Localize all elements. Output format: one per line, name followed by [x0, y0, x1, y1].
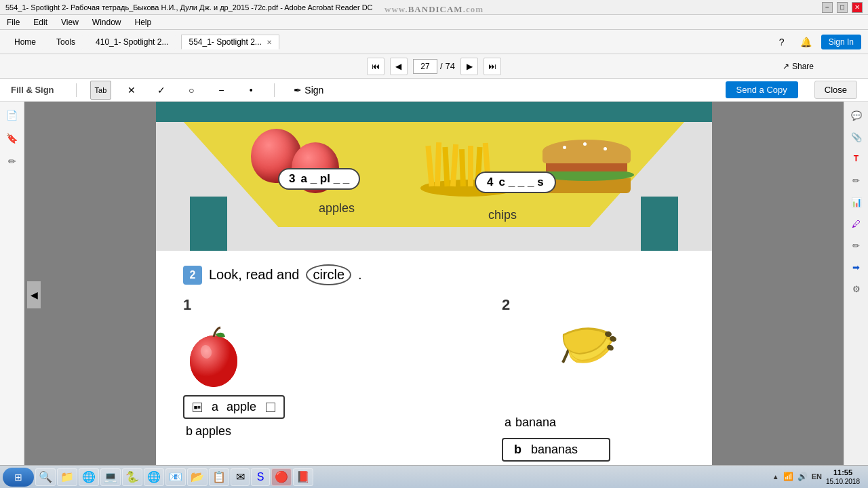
tab1-button[interactable]: 410_1- Spotlight 2...	[88, 35, 176, 49]
right-stamp-icon[interactable]: ➡	[848, 259, 865, 275]
choice-2a-letter: a	[505, 415, 511, 430]
left-scroll-arrow[interactable]: ◀	[27, 281, 41, 308]
start-button[interactable]: ⊞	[3, 468, 34, 487]
empty-box-icon	[266, 403, 275, 412]
dash-tool-button[interactable]: −	[212, 81, 231, 100]
tray-network-icon[interactable]: 📶	[783, 472, 793, 481]
page-input[interactable]	[413, 59, 437, 74]
right-underline-icon[interactable]: ✏	[848, 172, 865, 188]
send-copy-button[interactable]: Send a Copy	[726, 81, 798, 98]
word-box-4: 4 c _ _ _ s	[475, 171, 556, 193]
menu-edit[interactable]: Edit	[31, 16, 50, 28]
fry2	[435, 142, 441, 186]
fillsign-label: Fill & Sign	[11, 85, 54, 95]
right-attach-icon[interactable]: 📎	[848, 129, 865, 145]
choice-1a-word: apple	[226, 400, 256, 414]
tab2-close-icon[interactable]: ✕	[267, 39, 272, 46]
fillsign-toolbar: Fill & Sign Tab ✕ ✓ ○ − • ✒ Sign Send a …	[0, 79, 868, 102]
notifications-button[interactable]: 🔔	[797, 33, 816, 52]
close-tool-button[interactable]: ✕	[122, 81, 141, 100]
taskbar-notepad[interactable]: 📋	[209, 468, 229, 486]
sidebar-bookmarks-icon[interactable]: 🔖	[4, 130, 20, 146]
table-top-bar	[156, 102, 712, 122]
word-box-4-pattern: c _ _ _ s	[498, 176, 543, 189]
titlebar-title: 554_1- Spotlight 2- Рабочая тетрадь_Быко…	[5, 3, 822, 12]
choice-2a[interactable]: a banana	[505, 415, 556, 430]
taskbar-explorer[interactable]: 📁	[57, 468, 77, 486]
close-fillsign-button[interactable]: Close	[814, 81, 857, 99]
right-eraser-icon[interactable]: ✏	[848, 237, 865, 253]
sidebar-tools-icon[interactable]: ✏	[4, 153, 20, 169]
sign-button[interactable]: ✒ Sign	[288, 81, 329, 100]
home-button[interactable]: Home	[7, 35, 43, 49]
menu-window[interactable]: Window	[90, 16, 124, 28]
choice-2a-word: banana	[515, 415, 556, 430]
tray-volume-icon[interactable]: 🔊	[797, 472, 808, 481]
check-tool-button[interactable]: ✓	[152, 81, 171, 100]
taskbar-search[interactable]: 🔍	[35, 468, 56, 486]
sign-label: Sign	[304, 85, 323, 96]
taskbar-ie[interactable]: 🌐	[79, 468, 99, 486]
main-area: 📄 🔖 ✏ ◀	[0, 102, 868, 488]
windows-icon: ⊞	[14, 472, 22, 483]
page-separator: /	[440, 61, 443, 71]
first-page-button[interactable]: ⏮	[367, 58, 384, 75]
signin-button[interactable]: Sign In	[821, 35, 861, 49]
next-page-button[interactable]: ▶	[460, 58, 478, 75]
word-box-3-number: 3	[289, 172, 295, 186]
taskbar-skype[interactable]: S	[251, 468, 270, 486]
menubar: File Edit View Window Help	[0, 15, 868, 30]
right-settings-icon[interactable]: ⚙	[848, 281, 865, 297]
svg-point-1	[190, 336, 237, 387]
item-col-2: 2	[502, 296, 685, 462]
share-button[interactable]: ↗ Share	[783, 62, 814, 71]
dot-tool-button[interactable]: •	[241, 81, 260, 100]
menu-file[interactable]: File	[4, 16, 22, 28]
taskbar-folder[interactable]: 📂	[187, 468, 208, 486]
right-comments-icon[interactable]: 💬	[848, 107, 865, 123]
taskbar-acrobat[interactable]: 🔴	[271, 468, 292, 486]
close-window-button[interactable]: ✕	[852, 2, 863, 13]
separator1	[76, 83, 77, 97]
item2-number: 2	[502, 296, 510, 314]
choice-2b-box[interactable]: b bananas	[502, 438, 610, 462]
choice-1b-letter: b	[186, 424, 193, 439]
taskbar-app1[interactable]: 💻	[100, 468, 121, 486]
help-button[interactable]: ?	[772, 33, 791, 52]
right-pen-icon[interactable]: 🖊	[848, 216, 865, 232]
choice-1a-box[interactable]: ■ a apple	[183, 395, 285, 419]
section-2-circle-word: circle	[306, 264, 351, 285]
separator2	[274, 83, 275, 97]
taskbar-pdf[interactable]: 📕	[293, 468, 313, 486]
left-sidebar: 📄 🔖 ✏	[0, 102, 24, 488]
tray-lang[interactable]: EN	[812, 472, 822, 481]
menu-help[interactable]: Help	[132, 16, 155, 28]
right-strikethrough-icon[interactable]: 📊	[848, 194, 865, 210]
tray-time: 11:55 15.10.2018	[826, 468, 860, 486]
last-page-button[interactable]: ⏭	[484, 58, 501, 75]
sidebar-pages-icon[interactable]: 📄	[4, 107, 20, 123]
minimize-button[interactable]: −	[822, 2, 833, 13]
prev-page-button[interactable]: ◀	[390, 58, 408, 75]
tab2-active[interactable]: 554_1- Spotlight 2... ✕	[181, 35, 279, 49]
tray-expand-icon[interactable]: ▲	[772, 473, 779, 481]
menu-view[interactable]: View	[58, 16, 81, 28]
choice-1b[interactable]: b apples	[186, 424, 231, 439]
total-pages: 74	[446, 61, 455, 71]
time-display: 11:55	[826, 468, 860, 477]
taskbar-browser[interactable]: 🌐	[144, 468, 164, 486]
tools-button[interactable]: Tools	[49, 35, 83, 49]
maximize-button[interactable]: □	[837, 2, 848, 13]
circle-tool-button[interactable]: ○	[182, 81, 201, 100]
taskbar-messenger[interactable]: ✉	[231, 468, 250, 486]
taskbar: ⊞ 🔍 📁 🌐 💻 🐍 🌐 📧 📂 📋 ✉ S 🔴 📕 ▲ 📶 🔊 EN 11:…	[0, 465, 868, 488]
share-icon: ↗	[783, 62, 789, 71]
checkbox-1a: ■	[193, 403, 202, 412]
banana-svg	[502, 322, 637, 410]
taskbar-ide[interactable]: 🐍	[122, 468, 142, 486]
taskbar-mail[interactable]: 📧	[165, 468, 186, 486]
tab1-label: 410_1- Spotlight 2...	[96, 37, 168, 47]
right-highlight-icon[interactable]: T	[848, 150, 865, 167]
pdf-page: 3 a _ pl _ _ 4 c _ _ _ s apples chips 2 …	[156, 102, 712, 488]
tab-tool-button[interactable]: Tab	[90, 81, 112, 100]
